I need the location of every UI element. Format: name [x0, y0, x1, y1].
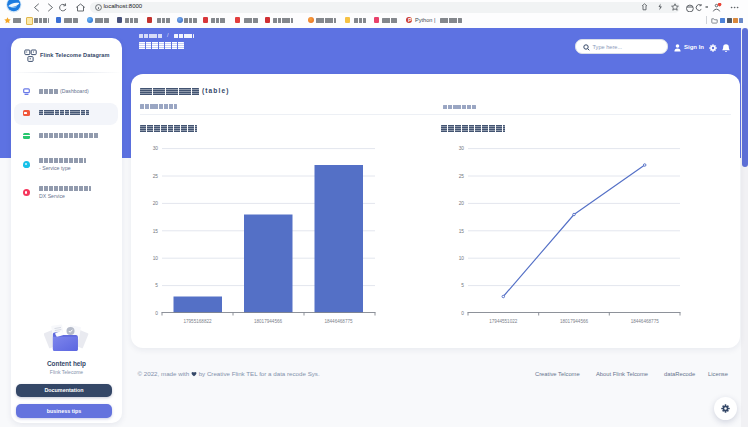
svg-text:15: 15 — [153, 229, 159, 234]
svg-text:5: 5 — [461, 283, 464, 288]
svg-text:10: 10 — [459, 256, 465, 261]
svg-text:30: 30 — [153, 146, 159, 151]
svg-text:18446468775: 18446468775 — [324, 319, 353, 324]
svg-text:0: 0 — [461, 311, 464, 316]
svg-text:15: 15 — [459, 229, 465, 234]
svg-text:0: 0 — [155, 311, 158, 316]
svg-text:25: 25 — [459, 174, 465, 179]
svg-text:17944551022: 17944551022 — [489, 319, 518, 324]
svg-text:20: 20 — [153, 201, 159, 206]
svg-text:20: 20 — [459, 201, 465, 206]
svg-text:18017944566: 18017944566 — [560, 319, 589, 324]
svg-text:17955168822: 17955168822 — [183, 319, 212, 324]
svg-text:18446468775: 18446468775 — [631, 319, 660, 324]
svg-text:10: 10 — [153, 256, 159, 261]
svg-text:30: 30 — [459, 146, 465, 151]
svg-text:25: 25 — [153, 174, 159, 179]
svg-text:18017944566: 18017944566 — [254, 319, 283, 324]
svg-text:5: 5 — [155, 283, 158, 288]
